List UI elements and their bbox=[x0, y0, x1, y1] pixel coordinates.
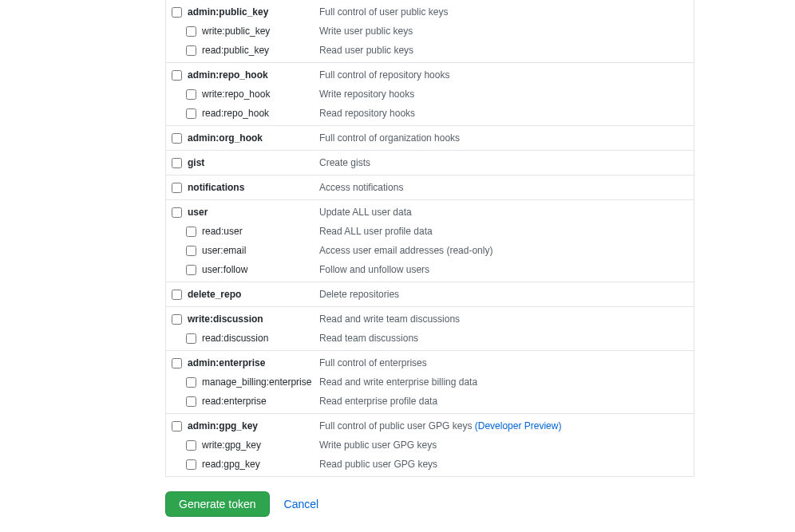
scope-description: Access notifications bbox=[319, 182, 403, 193]
scope-description: Full control of organization hooks bbox=[319, 132, 460, 144]
scope-name: admin:org_hook bbox=[188, 132, 319, 144]
generate-token-button[interactable]: Generate token bbox=[165, 491, 270, 517]
scope-checkbox[interactable] bbox=[172, 70, 182, 81]
scope-name: manage_billing:enterprise bbox=[202, 376, 319, 388]
scope-checkbox[interactable] bbox=[186, 227, 196, 237]
scope-checkbox[interactable] bbox=[172, 7, 182, 18]
scope-description: Update ALL user data bbox=[319, 207, 412, 218]
scope-row-child: user:followFollow and unfollow users bbox=[166, 260, 694, 279]
scope-name: write:public_key bbox=[202, 26, 319, 37]
scope-row-child: read:discussionRead team discussions bbox=[166, 329, 694, 348]
scope-group: write:discussionRead and write team disc… bbox=[166, 307, 694, 351]
scope-group: notificationsAccess notifications bbox=[166, 175, 694, 200]
scope-description: Read and write enterprise billing data bbox=[319, 376, 477, 388]
scope-checkbox[interactable] bbox=[172, 183, 182, 193]
scope-row-parent: notificationsAccess notifications bbox=[166, 178, 694, 197]
scope-description: Read public user GPG keys bbox=[319, 459, 437, 470]
developer-preview-link[interactable]: (Developer Preview) bbox=[475, 420, 562, 432]
scope-desc-text: Full control of organization hooks bbox=[319, 132, 460, 144]
scope-row-parent: delete_repoDelete repositories bbox=[166, 285, 694, 304]
scope-group: userUpdate ALL user dataread:userRead AL… bbox=[166, 200, 694, 282]
scope-name: admin:public_key bbox=[188, 6, 319, 18]
scope-name: read:discussion bbox=[202, 333, 319, 344]
scope-row-parent: admin:public_keyFull control of user pub… bbox=[166, 2, 694, 22]
scope-row-parent: admin:gpg_keyFull control of public user… bbox=[166, 416, 694, 435]
scope-name: admin:enterprise bbox=[188, 357, 319, 368]
scope-checkbox[interactable] bbox=[186, 377, 196, 388]
scope-desc-text: Full control of repository hooks bbox=[319, 69, 449, 81]
scope-checkbox[interactable] bbox=[186, 26, 196, 37]
cancel-link[interactable]: Cancel bbox=[284, 498, 319, 510]
scope-row-parent: admin:repo_hookFull control of repositor… bbox=[166, 65, 694, 85]
scope-checkbox[interactable] bbox=[186, 45, 196, 56]
scope-group: delete_repoDelete repositories bbox=[166, 282, 694, 307]
scope-row-child: user:emailAccess user email addresses (r… bbox=[166, 241, 694, 260]
scope-name: read:enterprise bbox=[202, 396, 319, 407]
scope-checkbox[interactable] bbox=[186, 459, 196, 470]
scope-description: Read repository hooks bbox=[319, 108, 415, 119]
scope-name: delete_repo bbox=[188, 289, 319, 300]
scope-desc-text: Full control of user public keys bbox=[319, 6, 448, 18]
scope-description: Full control of public user GPG keys (De… bbox=[319, 420, 561, 432]
scope-row-parent: userUpdate ALL user data bbox=[166, 203, 694, 222]
scope-row-parent: write:discussionRead and write team disc… bbox=[166, 309, 694, 329]
scope-name: user:follow bbox=[202, 264, 319, 275]
scope-list: admin:public_keyFull control of user pub… bbox=[165, 0, 694, 477]
scope-description: Delete repositories bbox=[319, 289, 399, 300]
scope-description: Read user public keys bbox=[319, 45, 413, 56]
scope-name: read:user bbox=[202, 226, 319, 237]
scope-checkbox[interactable] bbox=[186, 108, 196, 119]
scope-checkbox[interactable] bbox=[172, 158, 182, 168]
scope-row-parent: admin:enterpriseFull control of enterpri… bbox=[166, 353, 694, 372]
scope-checkbox[interactable] bbox=[172, 133, 182, 144]
scope-checkbox[interactable] bbox=[186, 246, 196, 256]
scope-name: read:public_key bbox=[202, 45, 319, 56]
scope-name: admin:gpg_key bbox=[188, 420, 319, 432]
scope-group: admin:org_hookFull control of organizati… bbox=[166, 126, 694, 151]
scope-checkbox[interactable] bbox=[186, 440, 196, 451]
scope-description: Full control of enterprises bbox=[319, 357, 427, 368]
scope-row-child: write:repo_hookWrite repository hooks bbox=[166, 85, 694, 104]
scope-description: Access user email addresses (read-only) bbox=[319, 245, 492, 256]
scope-description: Follow and unfollow users bbox=[319, 264, 429, 275]
scope-name: write:repo_hook bbox=[202, 89, 319, 100]
scope-checkbox[interactable] bbox=[172, 207, 182, 218]
scope-row-child: read:gpg_keyRead public user GPG keys bbox=[166, 455, 694, 474]
form-actions: Generate token Cancel bbox=[165, 491, 694, 517]
scope-checkbox[interactable] bbox=[186, 396, 196, 407]
scope-checkbox[interactable] bbox=[172, 314, 182, 325]
scope-description: Full control of user public keys bbox=[319, 6, 448, 18]
scope-description: Write user public keys bbox=[319, 26, 413, 37]
scope-checkbox[interactable] bbox=[186, 89, 196, 100]
scope-row-child: read:public_keyRead user public keys bbox=[166, 41, 694, 60]
scope-group: gistCreate gists bbox=[166, 151, 694, 175]
scope-name: admin:repo_hook bbox=[188, 69, 319, 81]
scope-description: Full control of repository hooks bbox=[319, 69, 449, 81]
scope-name: read:gpg_key bbox=[202, 459, 319, 470]
scope-row-child: manage_billing:enterpriseRead and write … bbox=[166, 372, 694, 392]
scope-description: Read enterprise profile data bbox=[319, 396, 437, 407]
scope-checkbox[interactable] bbox=[172, 358, 182, 368]
scope-group: admin:enterpriseFull control of enterpri… bbox=[166, 351, 694, 414]
scope-name: gist bbox=[188, 157, 319, 168]
scope-name: write:discussion bbox=[188, 313, 319, 325]
scope-desc-text: Read and write team discussions bbox=[319, 313, 460, 325]
scope-checkbox[interactable] bbox=[186, 333, 196, 344]
scope-checkbox[interactable] bbox=[172, 421, 182, 432]
scope-group: admin:public_keyFull control of user pub… bbox=[166, 0, 694, 63]
scope-description: Write public user GPG keys bbox=[319, 439, 437, 451]
scope-row-child: read:userRead ALL user profile data bbox=[166, 222, 694, 241]
scope-row-parent: admin:org_hookFull control of organizati… bbox=[166, 128, 694, 148]
scope-desc-text: Full control of enterprises bbox=[319, 357, 427, 368]
scope-desc-text: Update ALL user data bbox=[319, 207, 412, 218]
scope-row-child: write:gpg_keyWrite public user GPG keys bbox=[166, 435, 694, 455]
scope-description: Write repository hooks bbox=[319, 89, 414, 100]
scope-name: write:gpg_key bbox=[202, 439, 319, 451]
scope-desc-text: Delete repositories bbox=[319, 289, 399, 300]
scope-row-child: read:repo_hookRead repository hooks bbox=[166, 104, 694, 123]
scope-group: admin:repo_hookFull control of repositor… bbox=[166, 63, 694, 126]
scope-desc-text: Full control of public user GPG keys bbox=[319, 420, 475, 432]
scope-checkbox[interactable] bbox=[172, 290, 182, 300]
scope-checkbox[interactable] bbox=[186, 265, 196, 275]
scope-row-child: read:enterpriseRead enterprise profile d… bbox=[166, 392, 694, 411]
